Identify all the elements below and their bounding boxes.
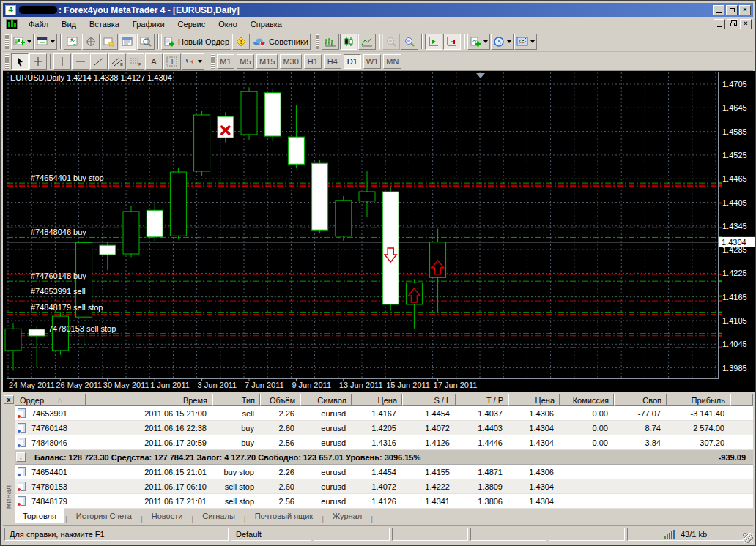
templates-button[interactable] <box>514 34 537 50</box>
toolbar-separator <box>60 34 62 49</box>
menu-item-вставка[interactable]: Вставка <box>83 18 126 30</box>
menu-item-окно[interactable]: Окно <box>212 18 244 30</box>
cursor-button[interactable] <box>11 53 29 70</box>
timeframe-m5-button[interactable]: M5 <box>237 54 254 69</box>
menu-item-графики[interactable]: Графики <box>126 18 171 30</box>
arrows-button[interactable] <box>182 53 204 70</box>
timeframe-w1-button[interactable]: W1 <box>363 54 382 69</box>
indicators-button[interactable] <box>467 34 490 50</box>
column-header-10[interactable]: Своп <box>614 394 667 406</box>
menu-item-вид[interactable]: Вид <box>55 18 83 30</box>
column-header-11[interactable]: Прибыль <box>667 394 730 406</box>
timeframe-m15-button[interactable]: M15 <box>256 54 278 69</box>
tab-3[interactable]: Сигналы <box>194 509 243 523</box>
tab-2[interactable]: Новости <box>144 509 191 523</box>
profiles-button[interactable] <box>34 34 57 50</box>
new-order-button[interactable]: Новый Ордер <box>161 34 231 50</box>
toolbar-drag-handle[interactable] <box>5 34 9 49</box>
timeframe-d1-button[interactable]: D1 <box>344 54 361 69</box>
cell: eurusd <box>300 494 352 508</box>
vertical-line-icon <box>58 56 67 67</box>
bar-chart-button[interactable] <box>322 34 339 50</box>
auto-scroll-button[interactable] <box>425 34 442 50</box>
cell: -307.20 <box>667 435 730 449</box>
cell: 8.74 <box>614 421 667 435</box>
timeframe-h4-button[interactable]: H4 <box>324 54 341 69</box>
new-chart-button[interactable] <box>11 34 34 50</box>
timeframe-m30-button[interactable]: M30 <box>280 54 301 69</box>
open-order-row[interactable]: 747601482011.06.16 22:38buy2.60eurusd1.4… <box>15 421 753 435</box>
chart-shift-icon <box>446 37 458 47</box>
data-window-button[interactable] <box>82 34 100 50</box>
timeframe-mn-button[interactable]: MN <box>383 54 401 69</box>
column-header-2[interactable]: Тип <box>212 394 260 406</box>
expert-advisors-button[interactable]: Советники <box>251 34 311 50</box>
child-minimize-button[interactable] <box>714 19 725 29</box>
market-watch-button[interactable] <box>64 34 81 50</box>
toolbar-drag-handle[interactable] <box>5 54 9 69</box>
horizontal-line-button[interactable] <box>72 53 89 70</box>
tab-5[interactable]: Журнал <box>325 509 370 523</box>
candle-body <box>52 316 68 351</box>
date-axis-label: 9 Jun 2011 <box>292 381 331 389</box>
column-header-3[interactable]: Объём <box>260 394 300 406</box>
resize-grip-icon[interactable] <box>743 533 753 543</box>
pending-order-row[interactable]: 747801532011.06.17 06:10sell stop2.60eur… <box>15 479 753 494</box>
zoom-out-button[interactable] <box>401 34 418 50</box>
pending-order-row[interactable]: 746544012011.06.15 21:01buy stop2.26euru… <box>15 465 753 479</box>
navigator-button[interactable] <box>100 34 118 50</box>
terminal-button[interactable] <box>119 34 136 50</box>
tab-4[interactable]: Почтовый ящик <box>247 509 321 523</box>
menu-item-сервис[interactable]: Сервис <box>171 18 212 30</box>
text-label-icon: T <box>166 56 178 67</box>
column-header-0[interactable]: Ордер△ <box>15 394 86 406</box>
child-close-button[interactable]: × <box>740 19 752 29</box>
tab-separator: | <box>322 515 324 523</box>
trendline-button[interactable] <box>90 53 108 70</box>
periods-button[interactable] <box>491 34 514 50</box>
metaeditor-button[interactable]: ! <box>232 34 250 50</box>
date-axis-label: 15 Jun 2011 <box>386 381 430 389</box>
column-header-6[interactable]: S / L <box>402 394 456 406</box>
menu-item-файл[interactable]: Файл <box>22 18 55 30</box>
column-header-8[interactable]: Цена <box>508 394 560 406</box>
equidistant-channel-button[interactable]: E <box>108 53 126 70</box>
terminal-close-button[interactable]: x <box>4 395 14 404</box>
timeframe-h1-button[interactable]: H1 <box>304 54 322 69</box>
candlestick-chart-button[interactable] <box>340 34 357 50</box>
balance-summary: Баланс: 128 723.30 Средства: 127 784.21 … <box>32 453 683 462</box>
menu-bar: ФайлВидВставкаГрафикиСервисОкноСправка × <box>3 17 753 31</box>
column-header-5[interactable]: Цена <box>352 394 402 406</box>
close-button[interactable]: × <box>739 5 751 15</box>
vertical-line-button[interactable] <box>53 53 71 70</box>
pending-order-row[interactable]: 748481792011.06.17 21:01sell stop2.56eur… <box>15 494 753 509</box>
line-chart-button[interactable] <box>358 34 376 50</box>
menu-item-справка[interactable]: Справка <box>244 18 289 30</box>
cell: -77.07 <box>614 406 667 420</box>
toolbar-drag-handle[interactable] <box>211 54 215 69</box>
text-button[interactable]: A <box>145 53 163 70</box>
fibonacci-button[interactable]: F <box>127 53 144 70</box>
crosshair-button[interactable] <box>29 53 47 70</box>
text-label-button[interactable]: T <box>163 53 181 70</box>
column-header-7[interactable]: T / P <box>456 394 508 406</box>
strategy-tester-button[interactable] <box>137 34 155 50</box>
order-label: #74760148 buy <box>31 272 86 280</box>
column-header-4[interactable]: Символ <box>300 394 352 406</box>
terminal-icon <box>122 37 133 47</box>
column-header-9[interactable]: Комиссия <box>560 394 614 406</box>
minimize-button[interactable] <box>713 5 724 15</box>
open-order-row[interactable]: 746539912011.06.15 21:00sell2.26eurusd1.… <box>15 406 753 421</box>
toolbar-drag-handle[interactable] <box>316 34 319 49</box>
tab-trade[interactable]: Торговля <box>15 508 64 523</box>
tab-1[interactable]: История Счета <box>68 509 140 523</box>
child-restore-button[interactable] <box>727 19 738 29</box>
maximize-button[interactable] <box>726 5 738 15</box>
zoom-in-button[interactable] <box>382 34 400 50</box>
chart-shift-button[interactable] <box>443 34 461 50</box>
sell-dot-icon <box>17 502 21 506</box>
periods-icon <box>493 37 505 47</box>
open-order-row[interactable]: 748480462011.06.17 20:59buy2.56eurusd1.4… <box>15 435 753 450</box>
timeframe-m1-button[interactable]: M1 <box>217 54 234 69</box>
column-header-1[interactable]: Время <box>86 394 212 406</box>
